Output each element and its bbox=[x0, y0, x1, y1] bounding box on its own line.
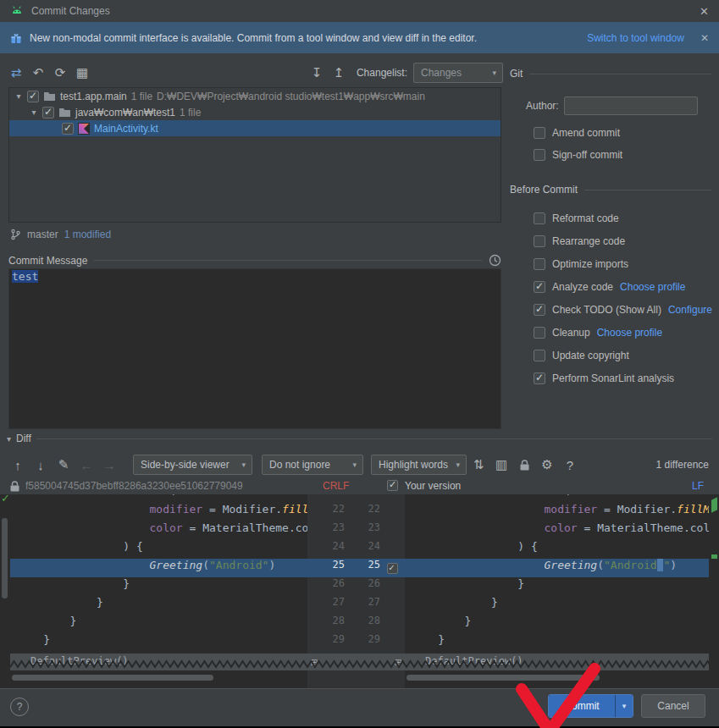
window-title: Commit Changes bbox=[31, 5, 110, 17]
right-horizontal-scrollbar[interactable] bbox=[407, 675, 600, 681]
modified-count-link[interactable]: 1 modified bbox=[64, 229, 111, 240]
highlight-mode-dropdown[interactable]: Highlight words ▾ bbox=[371, 455, 467, 475]
code-line: Greeting("Android ") bbox=[405, 559, 709, 577]
folded-region-right[interactable]: DefaultPreview() bbox=[405, 654, 709, 670]
changes-tree: ▾ test1.app.main 1 file D:₩DEV₩Project₩a… bbox=[8, 87, 501, 223]
window-close-button[interactable]: ✕ bbox=[700, 5, 709, 18]
author-row: Author: bbox=[526, 97, 698, 115]
help-button[interactable]: ? bbox=[10, 698, 29, 716]
banner-close-icon[interactable]: ✕ bbox=[700, 32, 709, 44]
chevron-expanded-icon[interactable]: ▾ bbox=[30, 108, 38, 117]
before-commit-option: Analyze codeChoose profile bbox=[534, 275, 719, 298]
readonly-lock-icon bbox=[10, 481, 19, 494]
settings-gear-icon[interactable]: ⚙ bbox=[536, 455, 558, 475]
before-commit-option: CleanupChoose profile bbox=[534, 321, 719, 344]
author-input[interactable] bbox=[564, 97, 698, 115]
collapse-unchanged-icon[interactable]: ⇅ bbox=[467, 455, 489, 475]
cancel-button[interactable]: Cancel bbox=[641, 694, 705, 718]
signoff-commit-row: Sign-off commit bbox=[534, 147, 622, 163]
option-checkbox[interactable] bbox=[534, 304, 545, 316]
next-change-icon[interactable]: ↓ bbox=[30, 455, 52, 475]
rollback-icon[interactable]: ↶ bbox=[27, 63, 49, 83]
commit-dropdown-arrow[interactable]: ▾ bbox=[615, 695, 633, 717]
diff-toolbar: ↑ ↓ ✎ ← → Side-by-side viewer ▾ Do not i… bbox=[7, 454, 712, 476]
viewer-mode-dropdown[interactable]: Side-by-side viewer ▾ bbox=[133, 455, 252, 475]
chevron-down-icon: ▾ bbox=[352, 461, 357, 469]
amend-commit-checkbox[interactable] bbox=[534, 127, 545, 139]
group-by-icon[interactable]: ▦ bbox=[71, 63, 93, 83]
whitespace-policy-value: Do not ignore bbox=[269, 459, 330, 471]
your-version-checkbox[interactable] bbox=[387, 480, 398, 491]
back-icon[interactable]: ← bbox=[75, 455, 97, 475]
commit-button[interactable]: Commit bbox=[549, 695, 615, 717]
edit-source-icon[interactable]: ✎ bbox=[53, 455, 75, 475]
previous-change-icon[interactable]: ↑ bbox=[7, 455, 29, 475]
lock-icon[interactable] bbox=[513, 455, 535, 475]
collapse-triangle-icon[interactable]: ▾ bbox=[7, 434, 11, 444]
module-checkbox[interactable] bbox=[27, 91, 39, 102]
option-link[interactable]: Choose profile bbox=[597, 327, 662, 339]
option-checkbox[interactable] bbox=[534, 235, 545, 247]
folded-region-gutter: ⊞ ⊞ bbox=[307, 654, 405, 670]
forward-icon[interactable]: → bbox=[98, 455, 120, 475]
include-change-checkbox[interactable] bbox=[387, 563, 398, 574]
left-horizontal-scrollbar[interactable] bbox=[12, 675, 213, 681]
git-branch-icon bbox=[10, 229, 21, 240]
diff-gutter-row: 2222 bbox=[307, 503, 405, 521]
diff-help-icon[interactable]: ? bbox=[559, 455, 581, 475]
switch-to-tool-window-link[interactable]: Switch to tool window bbox=[587, 32, 684, 44]
separator-line bbox=[529, 74, 711, 74]
show-diff-icon[interactable]: ⇄ bbox=[5, 63, 27, 83]
folded-region-left[interactable]: DefaultPreview() bbox=[10, 654, 307, 670]
tree-row-file-selected[interactable]: MainActivity.kt bbox=[9, 120, 501, 136]
whitespace-policy-dropdown[interactable]: Do not ignore ▾ bbox=[262, 455, 363, 475]
code-line: } bbox=[405, 633, 709, 652]
option-label: Analyze code bbox=[552, 281, 613, 293]
change-marker bbox=[711, 554, 717, 559]
commit-message-input[interactable]: test bbox=[8, 268, 501, 429]
code-line: Surface( bbox=[405, 494, 709, 503]
package-checkbox[interactable] bbox=[42, 107, 54, 119]
diff-gutter-row: 2121 bbox=[307, 494, 405, 503]
tree-row-package[interactable]: ▾ java₩com₩an₩test1 1 file bbox=[9, 104, 501, 120]
refresh-icon[interactable]: ⟳ bbox=[49, 63, 71, 83]
fold-expand-icon[interactable]: ⊞ bbox=[393, 657, 403, 667]
diff-left-pane[interactable]: Surface( modifier = Modifier.fillMaxSize… bbox=[10, 494, 307, 654]
left-line-ending-badge: CRLF bbox=[323, 480, 349, 492]
chevron-down-icon: ▾ bbox=[456, 461, 460, 469]
signoff-commit-checkbox[interactable] bbox=[534, 149, 545, 161]
before-commit-option: Check TODO (Show All)Configure bbox=[534, 298, 719, 321]
amend-commit-row: Amend commit bbox=[534, 125, 620, 141]
option-link[interactable]: Configure bbox=[668, 304, 712, 316]
expand-all-icon[interactable]: ↧ bbox=[306, 63, 328, 83]
fold-expand-icon[interactable]: ⊞ bbox=[309, 657, 319, 667]
git-section-header: Git bbox=[510, 68, 711, 80]
right-line-ending-badge: LF bbox=[692, 480, 704, 492]
tree-row-module[interactable]: ▾ test1.app.main 1 file D:₩DEV₩Project₩a… bbox=[9, 88, 501, 104]
option-link[interactable]: Choose profile bbox=[620, 281, 685, 293]
chevron-expanded-icon[interactable]: ▾ bbox=[14, 91, 23, 101]
option-checkbox[interactable] bbox=[534, 258, 545, 270]
collapse-all-icon[interactable]: ↥ bbox=[328, 63, 350, 83]
changes-toolbar: ⇄ ↶ ⟳ ▦ ↧ ↥ Changelist: Changes ▾ bbox=[5, 62, 503, 84]
option-checkbox[interactable] bbox=[534, 327, 545, 339]
left-scrollbar-thumb[interactable] bbox=[2, 518, 8, 598]
diff-gutter-row: 2525 bbox=[307, 559, 405, 577]
code-line: } bbox=[405, 615, 709, 633]
option-checkbox[interactable] bbox=[534, 372, 545, 384]
file-checkbox[interactable] bbox=[62, 123, 74, 135]
difference-count: 1 difference bbox=[656, 459, 713, 471]
file-label: MainActivity.kt bbox=[94, 123, 158, 135]
diff-section-header[interactable]: ▾ Diff bbox=[7, 433, 712, 444]
diff-right-pane[interactable]: Surface( modifier = Modifier.fillMaxSize… bbox=[405, 494, 709, 654]
changelist-dropdown[interactable]: Changes ▾ bbox=[413, 63, 503, 83]
chevron-down-icon: ▾ bbox=[492, 69, 496, 77]
option-checkbox[interactable] bbox=[534, 281, 545, 293]
option-checkbox[interactable] bbox=[534, 212, 545, 224]
synchronize-scrolling-icon[interactable]: ▥ bbox=[490, 455, 512, 475]
commit-split-button[interactable]: Commit ▾ bbox=[548, 694, 633, 718]
option-checkbox[interactable] bbox=[534, 350, 545, 361]
commit-changes-window: Commit Changes ✕ New non-modal commit in… bbox=[0, 0, 719, 728]
history-icon[interactable] bbox=[489, 254, 501, 267]
code-line: } bbox=[10, 633, 307, 652]
